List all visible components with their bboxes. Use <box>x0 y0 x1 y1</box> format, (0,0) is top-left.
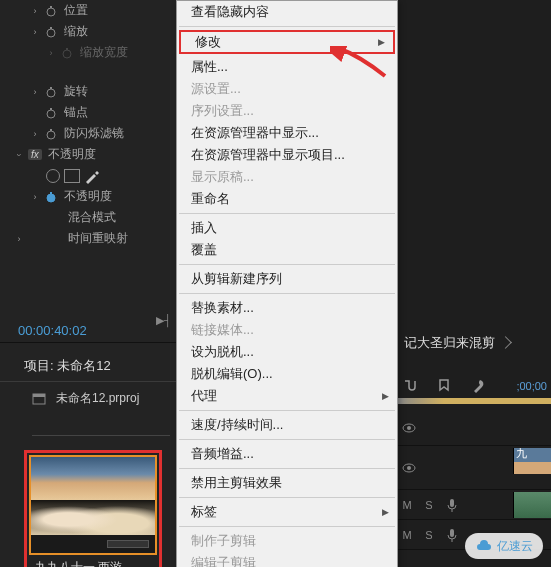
thumbnail-highlight-annotation: 九九八十一 西游... <box>24 450 162 567</box>
twirl-icon[interactable]: › <box>30 192 40 202</box>
menu-item[interactable]: 修改▶ <box>179 30 395 54</box>
prop-label: 时间重映射 <box>68 230 128 247</box>
track-area: 九 M S M S <box>398 410 551 550</box>
wrench-icon[interactable] <box>470 378 486 394</box>
project-file-row[interactable]: 未命名12.prproj <box>0 382 176 415</box>
menu-item[interactable]: 查看隐藏内容 <box>177 1 397 23</box>
project-title: 项目: 未命名12 <box>0 351 176 382</box>
stopwatch-icon[interactable] <box>60 46 74 60</box>
video-track-row[interactable]: 九 <box>398 446 551 490</box>
svg-rect-5 <box>66 48 68 50</box>
twirl-icon[interactable]: › <box>30 27 40 37</box>
stopwatch-active-icon[interactable] <box>44 190 58 204</box>
timecode-display[interactable]: 00:00:40:02 <box>0 319 176 342</box>
sequence-tab[interactable]: 记大圣归来混剪 <box>404 334 510 352</box>
ellipse-mask-icon[interactable] <box>46 169 60 183</box>
audio-clip[interactable] <box>513 492 551 518</box>
menu-item[interactable]: 禁用主剪辑效果 <box>177 472 397 494</box>
twirl-down-icon[interactable]: › <box>14 150 24 160</box>
menu-item[interactable]: 在资源管理器中显示项目... <box>177 144 397 166</box>
mic-icon[interactable] <box>446 528 458 542</box>
prop-label: 旋转 <box>64 83 88 100</box>
prop-rotation[interactable]: › 旋转 <box>0 81 176 102</box>
ruler-time-label: ;00;00 <box>516 380 547 392</box>
menu-item: 序列设置... <box>177 100 397 122</box>
menu-item[interactable]: 替换素材... <box>177 297 397 319</box>
snap-icon[interactable] <box>402 378 418 394</box>
menu-item[interactable]: 重命名 <box>177 188 397 210</box>
svg-rect-13 <box>50 192 52 194</box>
video-track-row[interactable] <box>398 410 551 446</box>
svg-rect-23 <box>450 529 454 537</box>
marker-icon[interactable] <box>436 378 452 394</box>
eye-icon[interactable] <box>402 461 416 475</box>
clip-on-track[interactable]: 九 <box>513 448 551 474</box>
clip-name-label: 九九八十一 西游... <box>29 555 157 567</box>
stopwatch-icon[interactable] <box>44 106 58 120</box>
twirl-icon[interactable]: › <box>30 6 40 16</box>
bin-thumbnail-area: 九九八十一 西游... <box>0 440 176 567</box>
svg-point-21 <box>407 466 411 470</box>
prop-label: 混合模式 <box>68 209 116 226</box>
prop-scale-width[interactable]: › 缩放宽度 <box>0 42 176 63</box>
svg-rect-11 <box>50 129 52 131</box>
context-menu: 查看隐藏内容修改▶属性...源设置...序列设置...在资源管理器中显示...在… <box>176 0 398 567</box>
audio-track-row[interactable]: M S <box>398 490 551 520</box>
clip-thumbnail[interactable] <box>29 455 157 555</box>
submenu-arrow-icon: ▶ <box>378 37 385 47</box>
stopwatch-icon[interactable] <box>44 4 58 18</box>
thumbnail-duration-bar <box>31 535 155 553</box>
solo-button[interactable]: S <box>424 529 434 541</box>
prop-antiflicker[interactable]: › 防闪烁滤镜 <box>0 123 176 144</box>
search-input[interactable] <box>32 419 170 436</box>
effects-controls-panel: › 位置 › 缩放 › 缩放宽度 › 旋转 锚点 › 防闪烁滤镜 › fx 不透… <box>0 0 176 567</box>
time-remap-section[interactable]: › fx 时间重映射 <box>0 228 176 249</box>
menu-item[interactable]: 在资源管理器中显示... <box>177 122 397 144</box>
watermark-text: 亿速云 <box>497 538 533 555</box>
prop-label: 不透明度 <box>48 146 96 163</box>
twirl-icon[interactable]: › <box>30 87 40 97</box>
prop-blend-mode[interactable]: 混合模式 <box>0 207 176 228</box>
stopwatch-icon[interactable] <box>44 127 58 141</box>
prop-label: 锚点 <box>64 104 88 121</box>
stopwatch-icon[interactable] <box>44 85 58 99</box>
eye-icon[interactable] <box>402 421 416 435</box>
opacity-section[interactable]: › fx 不透明度 <box>0 144 176 165</box>
svg-point-8 <box>47 110 55 118</box>
solo-button[interactable]: S <box>424 499 434 511</box>
svg-rect-1 <box>50 6 52 8</box>
menu-item[interactable]: 标签▶ <box>177 501 397 523</box>
mute-button[interactable]: M <box>402 529 412 541</box>
rect-mask-icon[interactable] <box>64 169 80 183</box>
svg-point-10 <box>47 131 55 139</box>
twirl-icon[interactable]: › <box>14 234 24 244</box>
twirl-icon[interactable]: › <box>30 129 40 139</box>
twirl-icon[interactable]: › <box>46 48 56 58</box>
fx-badge: fx <box>28 149 42 160</box>
menu-item[interactable]: 脱机编辑(O)... <box>177 363 397 385</box>
prop-anchor[interactable]: 锚点 <box>0 102 176 123</box>
menu-item: 显示原稿... <box>177 166 397 188</box>
menu-item[interactable]: 插入 <box>177 217 397 239</box>
prop-label: 防闪烁滤镜 <box>64 125 124 142</box>
menu-item[interactable]: 音频增益... <box>177 443 397 465</box>
menu-item[interactable]: 覆盖 <box>177 239 397 261</box>
menu-item[interactable]: 设为脱机... <box>177 341 397 363</box>
menu-separator <box>179 264 395 265</box>
prop-position[interactable]: › 位置 <box>0 0 176 21</box>
mic-icon[interactable] <box>446 498 458 512</box>
menu-item[interactable]: 代理▶ <box>177 385 397 407</box>
pen-mask-icon[interactable] <box>84 168 100 184</box>
svg-point-12 <box>47 194 55 202</box>
svg-rect-22 <box>450 499 454 507</box>
stopwatch-icon[interactable] <box>44 25 58 39</box>
menu-item: 链接媒体... <box>177 319 397 341</box>
prop-scale[interactable]: › 缩放 <box>0 21 176 42</box>
prop-opacity[interactable]: › 不透明度 <box>0 186 176 207</box>
time-ruler[interactable] <box>398 398 551 404</box>
menu-item[interactable]: 速度/持续时间... <box>177 414 397 436</box>
thumbnail-image <box>31 457 155 535</box>
menu-item[interactable]: 属性... <box>177 56 397 78</box>
mute-button[interactable]: M <box>402 499 412 511</box>
menu-item[interactable]: 从剪辑新建序列 <box>177 268 397 290</box>
